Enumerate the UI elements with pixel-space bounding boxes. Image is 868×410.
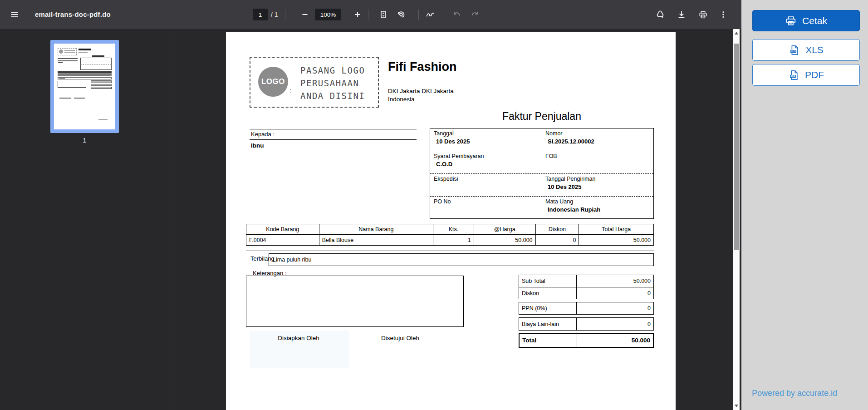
page-thumbnail-preview (54, 44, 115, 129)
logo-colon: : (289, 87, 291, 94)
info-label: FOB (545, 153, 557, 159)
scroll-up-icon[interactable] (735, 32, 738, 35)
biaya-row: Biaya Lain-lain 0 (519, 318, 653, 330)
subtotal-label: Sub Total (519, 275, 577, 287)
document-title: email-trans-doc-pdf.do (35, 10, 111, 18)
subtotal-row: Sub Total 50.000 (519, 275, 653, 287)
rotate-icon[interactable] (393, 6, 409, 23)
subtotal-value: 50.000 (577, 275, 653, 287)
items-header: @Harga (474, 224, 536, 234)
ppn-row: PPN (0%) 0 (519, 302, 653, 314)
kepada-divider-top (250, 129, 417, 129)
invoice-page: LOGO : PASANG LOGO PERUSAHAAN ANDA DISIN… (226, 32, 676, 410)
total-value: 50.000 (577, 334, 653, 347)
total-label: Total (520, 334, 577, 347)
pdf-file-icon: PDF (788, 69, 799, 81)
keterangan-box (246, 276, 464, 327)
fit-to-page-icon[interactable] (375, 6, 392, 23)
terbilang-box: Lima puluh ribu (269, 253, 654, 266)
info-row-2: Syarat Pembayaran C.O.D FOB (430, 151, 653, 174)
diskon-label: Diskon (519, 287, 577, 299)
page-count-label: / 1 (271, 11, 278, 18)
toolbar-separator (368, 10, 368, 20)
items-header: Kts. (433, 224, 474, 234)
items-table: Kode Barang Nama Barang Kts. @Harga Disk… (246, 224, 654, 246)
logo-placeholder-text: PASANG LOGO PERUSAHAAN ANDA DISINI (300, 64, 365, 102)
totals-block-biaya: Biaya Lain-lain 0 (519, 317, 654, 331)
biaya-label: Biaya Lain-lain (519, 318, 577, 330)
company-address-line1: DKI Jakarta DKI Jakarta (388, 87, 454, 95)
kepada-customer-name: Ibnu (251, 142, 264, 149)
powered-by-link[interactable]: Powered by accurate.id (752, 389, 837, 398)
zoom-level-display[interactable]: 100% (315, 9, 341, 20)
items-data-row: F.0004 Bella Blouse 1 50.000 0 50.000 (246, 235, 653, 245)
toolbar-separator (418, 10, 419, 20)
info-value: Indonesian Rupiah (548, 206, 600, 213)
info-label: Tanggal (434, 130, 454, 137)
company-address: DKI Jakarta DKI Jakarta Indonesia (388, 87, 454, 104)
logo-placeholder-box: LOGO : PASANG LOGO PERUSAHAAN ANDA DISIN… (250, 57, 379, 108)
svg-text:XLS: XLS (791, 49, 796, 52)
logo-circle: LOGO (258, 67, 288, 97)
pdf-button-label: PDF (805, 69, 824, 80)
menu-icon[interactable] (6, 6, 23, 23)
zoom-in-icon[interactable] (349, 6, 366, 23)
items-table-underline (246, 251, 654, 251)
company-name: Fifi Fashion (388, 60, 457, 74)
total-row: Total 50.000 (520, 334, 653, 347)
diskon-value: 0 (577, 287, 653, 299)
page-number-input[interactable] (253, 9, 268, 20)
annotate-pen-icon[interactable] (422, 6, 438, 23)
company-address-line2: Indonesia (388, 95, 454, 104)
info-row-4: PO No Mata Uang Indonesian Rupiah (430, 197, 653, 219)
save-to-drive-icon[interactable] (652, 6, 668, 23)
keterangan-label: Keterangan : (253, 270, 286, 277)
totals-block-subtotal: Sub Total 50.000 Diskon 0 (519, 275, 654, 299)
thumbnail-sidebar: 1 (0, 29, 170, 410)
viewer-scrollbar[interactable] (733, 29, 740, 410)
items-header: Diskon (536, 224, 579, 234)
info-value: 10 Des 2025 (548, 183, 581, 190)
xls-button-label: XLS (805, 44, 824, 55)
info-label: PO No (434, 198, 451, 205)
diskon-row: Diskon 0 (519, 287, 653, 299)
action-panel: Cetak XLS XLS PDF (741, 0, 868, 410)
ppn-label: PPN (0%) (519, 302, 577, 314)
item-code: F.0004 (246, 235, 319, 245)
thumbnail-page-number: 1 (50, 136, 119, 144)
zoom-out-icon[interactable] (297, 6, 313, 23)
page-thumbnail[interactable] (50, 40, 119, 133)
info-row-1: Tanggal 10 Des 2025 Nomor SI.2025.12.000… (430, 128, 653, 151)
info-value: C.O.D (436, 161, 452, 168)
info-label: Nomor (545, 130, 563, 137)
more-options-icon[interactable] (715, 6, 731, 23)
biaya-value: 0 (577, 318, 653, 330)
info-label: Ekspedisi (434, 176, 458, 182)
download-icon[interactable] (673, 6, 690, 23)
undo-icon[interactable] (449, 6, 465, 23)
info-label: Tanggal Pengiriman (545, 176, 596, 182)
info-label: Syarat Pembayaran (434, 153, 484, 159)
xls-export-button[interactable]: XLS XLS (752, 39, 860, 61)
totals-block-total: Total 50.000 (519, 333, 654, 348)
print-icon[interactable] (695, 6, 711, 23)
info-value: SI.2025.12.00002 (548, 138, 594, 145)
pdf-toolbar: email-trans-doc-pdf.do / 1 100% (0, 0, 741, 29)
items-header: Total Harga (579, 224, 653, 234)
cetak-print-button[interactable]: Cetak (752, 10, 860, 31)
kepada-label: Kepada : (251, 131, 275, 138)
item-discount: 0 (536, 235, 579, 245)
items-header: Nama Barang (319, 224, 433, 234)
item-qty: 1 (433, 235, 474, 245)
scrollbar-thumb[interactable] (734, 44, 739, 250)
xls-file-icon: XLS (789, 44, 800, 56)
info-row-3: Ekspedisi Tanggal Pengiriman 10 Des 2025 (430, 174, 653, 197)
pdf-export-button[interactable]: PDF PDF (752, 64, 860, 86)
cetak-button-label: Cetak (802, 15, 827, 26)
invoice-info-table: Tanggal 10 Des 2025 Nomor SI.2025.12.000… (430, 128, 654, 219)
scroll-down-icon[interactable] (735, 405, 738, 407)
signature-approved-by: Disetujui Oleh (364, 335, 436, 341)
invoice-title: Faktur Penjualan (430, 110, 654, 123)
info-label: Mata Uang (545, 198, 573, 205)
redo-icon[interactable] (466, 6, 483, 23)
